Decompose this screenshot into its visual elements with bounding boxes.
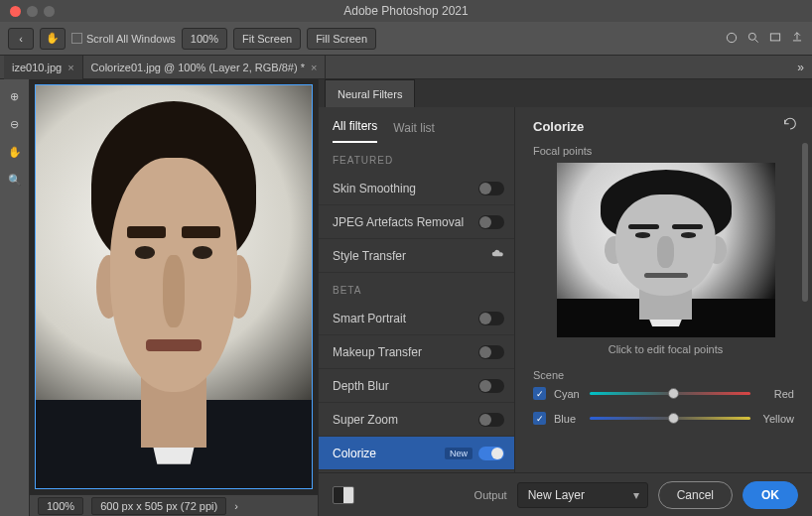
filter-depth-blur[interactable]: Depth Blur xyxy=(319,369,514,403)
checkbox-cyan-red[interactable]: ✓ xyxy=(533,387,546,400)
toggle[interactable] xyxy=(478,312,504,325)
titlebar: Adobe Photoshop 2021 xyxy=(0,0,812,22)
neural-filters-panel: Neural Filters All filters Wait list FEA… xyxy=(318,79,812,516)
hand-tool-icon[interactable]: ✋ xyxy=(40,28,66,50)
status-zoom[interactable]: 100% xyxy=(38,497,83,515)
toggle[interactable] xyxy=(478,345,504,359)
toggle[interactable] xyxy=(478,215,504,229)
options-toolbar: ‹ ✋ Scroll All Windows 100% Fit Screen F… xyxy=(0,22,812,56)
reset-icon[interactable] xyxy=(782,117,798,135)
tabs-overflow-icon[interactable]: » xyxy=(789,61,812,74)
svg-line-2 xyxy=(755,39,758,42)
chevron-right-icon[interactable]: › xyxy=(234,500,238,512)
filter-style-transfer[interactable]: Style Transfer xyxy=(319,239,514,273)
focal-points-label: Focal points xyxy=(533,145,798,157)
tab-wait-list[interactable]: Wait list xyxy=(393,121,435,143)
zoom-tool-icon[interactable]: 🔍 xyxy=(6,171,24,189)
canvas[interactable] xyxy=(30,79,318,494)
panel-tab-neural-filters[interactable]: Neural Filters xyxy=(325,79,415,107)
window-controls[interactable] xyxy=(0,6,55,17)
toggle[interactable] xyxy=(478,447,504,460)
slider-cyan-red: ✓ Cyan Red xyxy=(533,387,798,400)
svg-rect-3 xyxy=(770,33,779,40)
output-label: Output xyxy=(474,489,507,501)
settings-title: Colorize xyxy=(533,119,584,134)
filter-colorize[interactable]: Colorize New xyxy=(319,437,514,470)
filter-settings: Colorize Focal points Click to edit foca… xyxy=(515,107,812,472)
filters-list: All filters Wait list FEATURED Skin Smoo… xyxy=(319,107,515,472)
section-beta: BETA xyxy=(319,273,514,302)
scrollbar[interactable] xyxy=(802,143,808,462)
scene-label: Scene xyxy=(533,369,798,381)
document-tab-active[interactable]: Colorize01.jpg @ 100% (Layer 2, RGB/8#) … xyxy=(83,56,327,79)
search-icon[interactable] xyxy=(746,31,760,47)
canvas-area: 100% 600 px x 505 px (72 ppi) › xyxy=(30,79,318,516)
panel-footer: Output New Layer Cancel OK xyxy=(319,472,812,516)
cloud-download-icon[interactable] xyxy=(490,247,504,264)
checkbox-blue-yellow[interactable]: ✓ xyxy=(533,412,546,425)
hand-icon[interactable]: ✋ xyxy=(6,143,24,161)
focal-points-caption: Click to edit focal points xyxy=(533,343,798,355)
scroll-all-windows-checkbox[interactable]: Scroll All Windows xyxy=(71,33,176,45)
mini-toolbar: ⊕ ⊖ ✋ 🔍 xyxy=(0,79,30,516)
document-tab-inactive[interactable]: ize010.jpg× xyxy=(4,56,83,79)
tab-all-filters[interactable]: All filters xyxy=(333,119,377,143)
filter-smart-portrait[interactable]: Smart Portrait xyxy=(319,302,514,335)
fit-screen-button[interactable]: Fit Screen xyxy=(233,28,301,50)
output-select[interactable]: New Layer xyxy=(517,482,648,508)
zoom-percent[interactable]: 100% xyxy=(182,28,227,50)
svg-point-0 xyxy=(727,33,736,42)
close-icon[interactable]: × xyxy=(311,62,317,73)
toggle[interactable] xyxy=(478,182,504,195)
filter-skin-smoothing[interactable]: Skin Smoothing xyxy=(319,172,514,205)
section-featured: FEATURED xyxy=(319,143,514,172)
workspace-icon[interactable] xyxy=(768,31,782,47)
back-button[interactable]: ‹ xyxy=(8,28,34,50)
focal-points-preview[interactable] xyxy=(557,163,775,337)
cancel-button[interactable]: Cancel xyxy=(658,481,733,509)
toggle[interactable] xyxy=(478,413,504,427)
filter-jpeg-artefacts[interactable]: JPEG Artefacts Removal xyxy=(319,205,514,239)
ok-button[interactable]: OK xyxy=(743,481,798,509)
zoom-in-icon[interactable]: ⊕ xyxy=(6,87,24,105)
cloud-docs-icon[interactable] xyxy=(725,31,739,47)
slider-track[interactable] xyxy=(590,392,750,395)
filter-makeup-transfer[interactable]: Makeup Transfer xyxy=(319,335,514,369)
status-dimensions[interactable]: 600 px x 505 px (72 ppi) xyxy=(91,497,226,515)
document-tabs: ize010.jpg× Colorize01.jpg @ 100% (Layer… xyxy=(0,56,812,79)
slider-blue-yellow: ✓ Blue Yellow xyxy=(533,412,798,425)
fill-screen-button[interactable]: Fill Screen xyxy=(307,28,376,50)
before-after-toggle-icon[interactable] xyxy=(333,486,354,504)
slider-track[interactable] xyxy=(590,417,750,420)
canvas-status-bar: 100% 600 px x 505 px (72 ppi) › xyxy=(30,494,318,516)
share-icon[interactable] xyxy=(790,31,804,47)
zoom-out-icon[interactable]: ⊖ xyxy=(6,115,24,133)
filter-super-zoom[interactable]: Super Zoom xyxy=(319,403,514,437)
new-badge: New xyxy=(445,448,473,459)
close-icon[interactable]: × xyxy=(68,62,73,73)
svg-point-1 xyxy=(748,33,755,40)
app-title: Adobe Photoshop 2021 xyxy=(0,4,812,18)
toggle[interactable] xyxy=(478,379,504,393)
